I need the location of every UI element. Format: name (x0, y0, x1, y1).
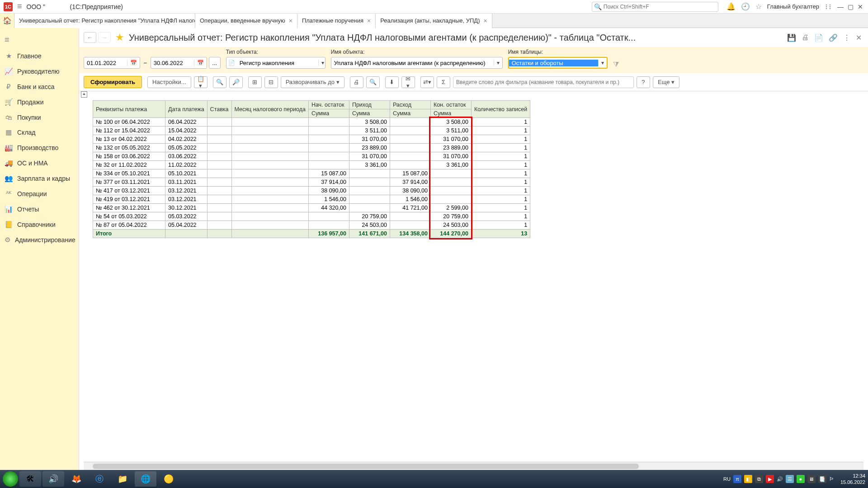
tab-realization[interactable]: Реализация (акты, накладные, УПД)× (376, 14, 492, 28)
help-button[interactable]: ? (637, 76, 650, 88)
col-sum[interactable]: Сумма (308, 109, 349, 118)
col-sum[interactable]: Сумма (390, 109, 430, 118)
close-icon[interactable]: × (367, 17, 371, 24)
close-button[interactable]: ✕ (856, 3, 864, 10)
task-firefox-icon[interactable]: 🦊 (66, 471, 87, 487)
sidebar-item-assets[interactable]: 🚚ОС и НМА (0, 155, 79, 171)
lang-indicator[interactable]: RU (723, 476, 731, 482)
table-row[interactable]: № 158 от 03.06.202203.06.202231 070,0031… (93, 152, 530, 161)
table-row[interactable]: № 32 от 11.02.202211.02.20223 361,003 36… (93, 161, 530, 169)
table-row[interactable]: № 13 от 04.02.202204.02.202231 070,0031 … (93, 135, 530, 144)
tray-icon[interactable]: ● (797, 475, 805, 483)
report-grid[interactable]: + Реквизиты платежа Дата платежа Ставка … (79, 91, 868, 462)
global-search-input[interactable] (604, 4, 716, 10)
chevron-down-icon[interactable]: ▾ (598, 60, 607, 66)
tray-icon[interactable]: ⧉ (755, 475, 763, 483)
tray-icon[interactable]: ☰ (786, 475, 794, 483)
task-ie-icon[interactable]: ⓔ (89, 471, 110, 487)
tray-icon[interactable]: π (733, 475, 741, 483)
col-sum[interactable]: Сумма (349, 109, 390, 118)
task-1c-icon[interactable]: 🟡 (158, 471, 179, 487)
col-in[interactable]: Приход (349, 101, 390, 109)
settings-lines-icon[interactable]: ⫶⫶ (825, 3, 832, 11)
col-period[interactable]: Месяц налогового периода (231, 101, 308, 118)
print-button[interactable]: 🖨 (350, 76, 363, 88)
task-chrome-icon[interactable]: 🌐 (135, 471, 156, 487)
sidebar-item-production[interactable]: 🏭Производство (0, 140, 79, 155)
table-row[interactable]: № 112 от 15.04.202215.04.20223 511,003 5… (93, 127, 530, 135)
table-row[interactable]: № 54 от 05.03.202205.03.202220 759,0020 … (93, 212, 530, 221)
task-tools-icon[interactable]: 🛠 (19, 471, 41, 487)
sidebar-item-hr[interactable]: 👥Зарплата и кадры (0, 171, 79, 186)
print-icon[interactable]: 🖨 (802, 33, 809, 42)
copy-settings-button[interactable]: 📋▾ (194, 76, 208, 88)
close-page-icon[interactable]: ✕ (856, 33, 862, 42)
col-sum[interactable]: Сумма (430, 109, 471, 118)
col-end[interactable]: Кон. остаток (430, 101, 471, 109)
table-row[interactable]: № 334 от 05.10.202105.10.202115 087,0015… (93, 169, 530, 178)
table-row[interactable]: № 462 от 30.12.202130.12.202144 320,0041… (93, 204, 530, 212)
sidebar-item-admin[interactable]: ⚙Администрирование (0, 232, 79, 248)
sidebar-item-refs[interactable]: 📒Справочники (0, 217, 79, 232)
col-date[interactable]: Дата платежа (165, 101, 208, 118)
sum-button[interactable]: Σ (437, 76, 450, 88)
calendar-icon[interactable]: 📅 (127, 60, 140, 66)
sidebar-item-operations[interactable]: ᴬᴷОперации (0, 186, 79, 202)
user-name[interactable]: Главный бухгалтер (767, 3, 819, 10)
export-icon[interactable]: 📄 (814, 33, 823, 42)
more-button[interactable]: Еще ▾ (653, 76, 679, 88)
more-icon[interactable]: ⋮ (843, 33, 850, 42)
collapse-all-button[interactable]: ⊟ (264, 76, 278, 88)
sidebar-item-stock[interactable]: ▦Склад (0, 125, 79, 140)
object-name-select[interactable]: ▾ (331, 57, 503, 69)
tab-report[interactable]: Универсальный отчет: Регистр накопления … (14, 14, 195, 28)
tray-icon[interactable]: 🖥 (807, 475, 816, 483)
sidebar-toggle-icon[interactable]: ≡ (0, 32, 79, 48)
col-begin[interactable]: Нач. остаток (308, 101, 349, 109)
settings-button[interactable]: Настройки... (147, 76, 191, 88)
expand-all-button[interactable]: ⊞ (248, 76, 262, 88)
table-row[interactable]: № 87 от 05.04.202205.04.202224 503,0024 … (93, 221, 530, 230)
col-rekv[interactable]: Реквизиты платежа (93, 101, 165, 118)
horizontal-scrollbar[interactable] (84, 462, 863, 470)
compare-button[interactable]: ⇄▾ (420, 76, 434, 88)
forward-button[interactable]: → (98, 32, 111, 43)
object-type-select[interactable]: 📄▾ (226, 57, 326, 69)
task-sound-icon[interactable]: 🔊 (42, 471, 64, 487)
start-button[interactable] (3, 471, 18, 487)
zoom-out-button[interactable]: 🔎 (229, 76, 243, 88)
filter-funnel-icon[interactable]: ⧩ (613, 61, 619, 69)
expand-tree-icon[interactable]: + (81, 91, 87, 98)
maximize-button[interactable]: ▢ (846, 3, 854, 10)
sidebar-item-sales[interactable]: 🛒Продажи (0, 94, 79, 110)
save-button[interactable]: ⬇ (385, 76, 399, 88)
run-button[interactable]: Сформировать (84, 76, 142, 88)
tab-manual-ops[interactable]: Операции, введенные вручную× (195, 14, 297, 28)
col-count[interactable]: Количество записей (471, 101, 530, 118)
table-row[interactable]: № 377 от 03.11.202103.11.202137 914,0037… (93, 178, 530, 187)
sidebar-item-purchase[interactable]: 🛍Покупки (0, 110, 79, 125)
star-icon[interactable]: ☆ (755, 2, 762, 11)
date-to-input[interactable]: 📅 (151, 57, 207, 69)
table-row[interactable]: № 419 от 03.12.202103.12.20211 546,001 5… (93, 195, 530, 204)
chevron-down-icon[interactable]: ▾ (318, 60, 327, 66)
back-button[interactable]: ← (84, 32, 96, 43)
email-button[interactable]: ✉▾ (401, 76, 415, 88)
preview-button[interactable]: 🔍 (366, 76, 380, 88)
clock[interactable]: 12:34 15.06.2022 (840, 473, 865, 485)
save-icon[interactable]: 💾 (787, 33, 796, 42)
history-icon[interactable]: 🕘 (741, 2, 750, 11)
tray-icon[interactable]: 📑 (818, 475, 826, 483)
tray-flag-icon[interactable]: 🏳 (829, 476, 834, 482)
global-search[interactable]: 🔍 (592, 2, 718, 12)
table-row[interactable]: № 132 от 05.05.202205.05.202223 889,0023… (93, 144, 530, 152)
table-row[interactable]: № 100 от 06.04.202206.04.20223 508,003 5… (93, 118, 530, 127)
sidebar-item-main[interactable]: ★Главное (0, 48, 79, 64)
table-name-select[interactable]: ▾ (508, 57, 608, 69)
sidebar-item-manager[interactable]: 📈Руководителю (0, 64, 79, 79)
bell-icon[interactable]: 🔔 (726, 2, 736, 11)
tab-payments[interactable]: Платежные поручения× (297, 14, 376, 28)
minimize-button[interactable]: — (836, 3, 844, 10)
link-icon[interactable]: 🔗 (829, 33, 838, 42)
task-explorer-icon[interactable]: 📁 (112, 471, 133, 487)
